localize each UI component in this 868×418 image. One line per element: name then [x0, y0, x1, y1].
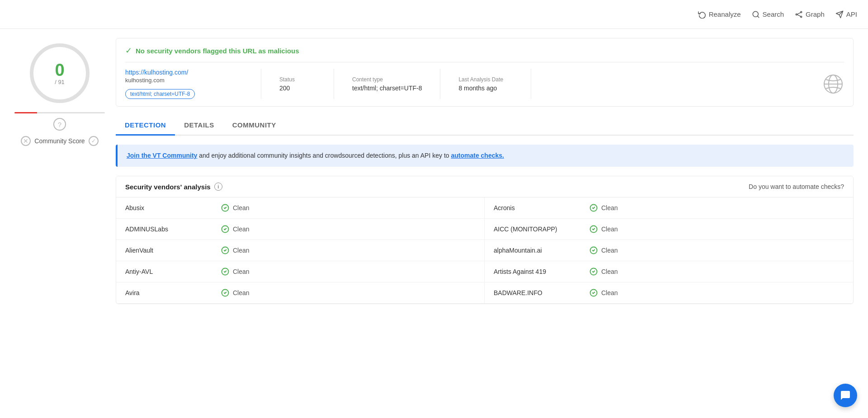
vendor-name: AlienVault: [125, 247, 216, 254]
vendor-row: BADWARE.INFO Clean: [485, 282, 853, 304]
api-icon: [835, 10, 844, 19]
svg-line-5: [797, 12, 801, 14]
clean-check-icon: [590, 204, 598, 212]
vendor-status: Clean: [590, 268, 618, 276]
vendor-name: BADWARE.INFO: [494, 289, 584, 296]
vendor-status-label: Clean: [601, 247, 618, 254]
status-check-icon: ✓: [125, 46, 132, 56]
clean-check-icon: [221, 246, 229, 254]
graph-button[interactable]: Graph: [795, 10, 825, 19]
vendor-status: Clean: [221, 204, 250, 212]
content-type-value: text/html; charset=UTF-8: [352, 85, 422, 92]
community-score-check-icon[interactable]: ✓: [89, 136, 99, 146]
chat-button[interactable]: [834, 384, 857, 407]
reanalyze-icon: [698, 10, 706, 19]
content-type-meta-item: Content type text/html; charset=UTF-8: [343, 69, 431, 99]
score-circle: 0 / 91: [28, 42, 91, 105]
clean-check-icon: [221, 204, 229, 212]
vendor-row: AlienVault Clean: [116, 240, 485, 261]
join-vt-community-link[interactable]: Join the VT Community: [127, 152, 197, 159]
vendors-section: Security vendors' analysis i Do you want…: [116, 176, 854, 304]
tab-details[interactable]: DETAILS: [175, 116, 223, 136]
globe-icon: [822, 73, 844, 95]
graph-label: Graph: [806, 10, 825, 18]
vendor-row: Antiy-AVL Clean: [116, 261, 485, 282]
reanalyze-button[interactable]: Reanalyze: [698, 10, 741, 19]
url-block: https://kulhosting.com/ kulhosting.com t…: [125, 69, 252, 99]
tab-community[interactable]: COMMUNITY: [223, 116, 285, 136]
vendor-name: alphaMountain.ai: [494, 247, 584, 254]
community-banner: Join the VT Community and enjoy addition…: [116, 145, 854, 167]
last-analysis-item: Last Analysis Date 8 months ago: [449, 69, 522, 99]
vendor-status-label: Clean: [601, 204, 618, 211]
clean-check-icon: [221, 289, 229, 297]
content-type-tag[interactable]: text/html; charset=UTF-8: [125, 89, 195, 99]
vendor-status: Clean: [590, 246, 618, 254]
vendors-info-icon[interactable]: i: [214, 183, 222, 191]
status-message: No security vendors flagged this URL as …: [136, 47, 299, 55]
vendor-status: Clean: [590, 225, 618, 233]
score-denominator: / 91: [55, 79, 65, 85]
chat-icon: [840, 390, 851, 401]
vendors-header: Security vendors' analysis i Do you want…: [116, 176, 853, 197]
graph-icon: [795, 10, 803, 19]
tab-detection[interactable]: DETECTION: [116, 116, 175, 136]
vendors-title-text: Security vendors' analysis: [125, 183, 211, 191]
search-icon: [752, 10, 760, 19]
last-analysis-value: 8 months ago: [458, 85, 513, 92]
score-display: 0 / 91: [55, 61, 65, 85]
vendor-status-label: Clean: [233, 225, 250, 233]
status-label: Status: [279, 76, 316, 83]
vendor-name: ADMINUSLabs: [125, 225, 216, 233]
score-number: 0: [55, 61, 65, 79]
url-status-banner: ✓ No security vendors flagged this URL a…: [125, 46, 844, 56]
url-meta-row: https://kulhosting.com/ kulhosting.com t…: [125, 62, 844, 99]
meta-divider-3: [440, 69, 440, 99]
vendor-row: Avira Clean: [116, 282, 485, 304]
api-button[interactable]: API: [835, 10, 857, 19]
vendor-name: AICC (MONITORAPP): [494, 225, 584, 233]
status-meta-item: Status 200: [270, 69, 325, 99]
vendor-row: Artists Against 419 Clean: [485, 261, 853, 282]
automate-checks-link[interactable]: automate checks.: [451, 152, 504, 159]
community-score-label: Community Score: [34, 137, 85, 145]
automate-text: Do you want to automate checks?: [749, 183, 844, 190]
vendor-status: Clean: [221, 225, 250, 233]
vendors-title: Security vendors' analysis i: [125, 183, 222, 191]
community-score-row: ✕ Community Score ✓: [21, 136, 98, 146]
content-type-label: Content type: [352, 76, 422, 83]
clean-check-icon: [590, 225, 598, 233]
vendor-status-label: Clean: [233, 268, 250, 275]
main-content: 0 / 91 ? ✕ Community Score ✓ ✓ No s: [0, 29, 868, 418]
divider-red: [14, 112, 37, 113]
question-icon[interactable]: ?: [53, 118, 66, 131]
divider-gray: [37, 112, 105, 113]
search-button[interactable]: Search: [752, 10, 784, 19]
vendor-status-label: Clean: [601, 268, 618, 275]
meta-divider-1: [261, 69, 261, 99]
url-info-section: ✓ No security vendors flagged this URL a…: [116, 38, 854, 107]
vendor-status: Clean: [590, 289, 618, 297]
api-label: API: [846, 10, 857, 18]
tabs-bar: DETECTION DETAILS COMMUNITY: [116, 116, 854, 136]
community-score-x-icon[interactable]: ✕: [21, 136, 31, 146]
page-wrapper: Reanalyze Search Graph: [0, 0, 868, 418]
vendor-name: Artists Against 419: [494, 268, 584, 275]
vendor-status-label: Clean: [601, 225, 618, 233]
community-banner-middle: and enjoy additional community insights …: [197, 152, 451, 159]
score-divider: [14, 112, 105, 113]
svg-line-6: [797, 14, 801, 16]
left-panel: 0 / 91 ? ✕ Community Score ✓: [14, 38, 105, 409]
globe-icon-wrapper: [813, 69, 844, 99]
vendor-status: Clean: [221, 289, 250, 297]
url-text[interactable]: https://kulhosting.com/: [125, 69, 243, 76]
right-panel: ✓ No security vendors flagged this URL a…: [116, 38, 854, 409]
vendors-grid: Abusix Clean Acronis: [116, 197, 853, 304]
search-label: Search: [763, 10, 784, 18]
status-value: 200: [279, 85, 316, 92]
last-analysis-label: Last Analysis Date: [458, 76, 513, 83]
vendor-status-label: Clean: [233, 204, 250, 211]
meta-divider-4: [531, 69, 531, 99]
vendor-row: ADMINUSLabs Clean: [116, 219, 485, 240]
reanalyze-label: Reanalyze: [709, 10, 741, 18]
